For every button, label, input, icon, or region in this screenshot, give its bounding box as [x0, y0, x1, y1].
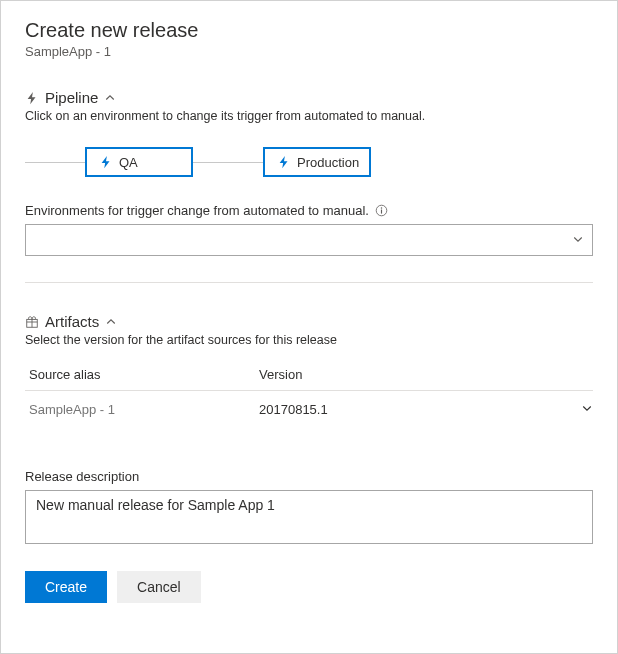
- release-description-input[interactable]: [25, 490, 593, 544]
- environments-label: Environments for trigger change from aut…: [25, 203, 593, 218]
- stage-qa[interactable]: QA: [85, 147, 193, 177]
- button-row: Create Cancel: [25, 571, 593, 603]
- artifacts-section-title: Artifacts: [45, 313, 99, 330]
- page-subtitle: SampleApp - 1: [25, 44, 593, 59]
- chevron-up-icon: [105, 316, 117, 328]
- stage-label: Production: [297, 155, 359, 170]
- stage-label: QA: [119, 155, 138, 170]
- lightning-auto-icon: [277, 155, 291, 169]
- pipeline-diagram: QA Production: [25, 147, 593, 177]
- column-version: Version: [259, 367, 593, 382]
- chevron-down-icon: [581, 401, 593, 417]
- artifact-version-value: 20170815.1: [259, 402, 328, 417]
- artifacts-section-toggle[interactable]: Artifacts: [25, 313, 593, 330]
- create-button[interactable]: Create: [25, 571, 107, 603]
- pipeline-connector: [25, 162, 85, 163]
- page-title: Create new release: [25, 19, 593, 42]
- lightning-icon: [25, 91, 39, 105]
- artifacts-section: Artifacts Select the version for the art…: [25, 313, 593, 427]
- chevron-up-icon: [104, 92, 116, 104]
- column-source-alias: Source alias: [29, 367, 259, 382]
- artifact-version-dropdown[interactable]: 20170815.1: [259, 401, 593, 417]
- environments-dropdown[interactable]: [25, 224, 593, 256]
- create-release-panel: Create new release SampleApp - 1 Pipelin…: [0, 0, 618, 654]
- artifact-row: SampleApp - 1 20170815.1: [25, 391, 593, 427]
- gift-icon: [25, 315, 39, 329]
- stage-production[interactable]: Production: [263, 147, 371, 177]
- pipeline-connector: [193, 162, 263, 163]
- pipeline-section-toggle[interactable]: Pipeline: [25, 89, 593, 106]
- artifact-alias: SampleApp - 1: [29, 402, 259, 417]
- artifacts-header-row: Source alias Version: [25, 361, 593, 391]
- svg-rect-2: [381, 210, 382, 214]
- info-icon[interactable]: [375, 204, 388, 217]
- chevron-down-icon: [572, 232, 584, 248]
- artifacts-table: Source alias Version SampleApp - 1 20170…: [25, 361, 593, 427]
- pipeline-description: Click on an environment to change its tr…: [25, 109, 593, 123]
- pipeline-section-title: Pipeline: [45, 89, 98, 106]
- release-description-label: Release description: [25, 469, 593, 484]
- pipeline-section: Pipeline Click on an environment to chan…: [25, 89, 593, 283]
- section-divider: [25, 282, 593, 283]
- artifacts-description: Select the version for the artifact sour…: [25, 333, 593, 347]
- lightning-auto-icon: [99, 155, 113, 169]
- svg-point-1: [381, 207, 382, 208]
- cancel-button[interactable]: Cancel: [117, 571, 201, 603]
